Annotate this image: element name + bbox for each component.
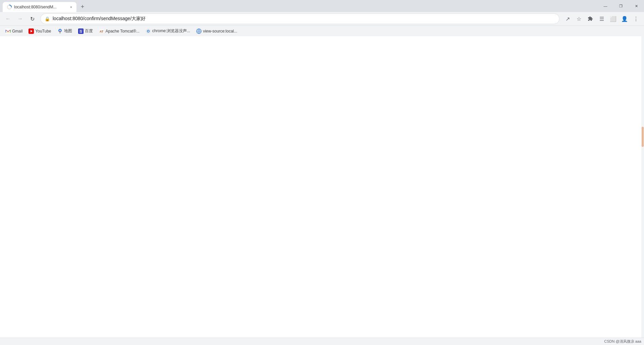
share-icon: ↗: [566, 16, 570, 22]
extensions-button[interactable]: [585, 13, 596, 24]
star-icon: ☆: [577, 16, 581, 22]
reading-list-icon: ☰: [599, 16, 604, 22]
gmail-favicon: [5, 28, 11, 34]
bookmark-youtube[interactable]: YouTube: [26, 27, 54, 35]
nav-right-buttons: ↗ ☆ ☰ ⬜ 👤 ⋮: [562, 13, 641, 24]
page-content: [0, 36, 644, 338]
profile-button[interactable]: 👤: [619, 13, 630, 24]
minimize-button[interactable]: —: [598, 0, 613, 12]
window-controls: — ❐ ✕: [598, 0, 644, 12]
bookmark-gmail[interactable]: Gmail: [3, 27, 25, 35]
active-tab[interactable]: localhost:8080/sendM... ×: [3, 2, 76, 12]
bookmark-baidu[interactable]: 百 百度: [75, 27, 96, 35]
address-bar[interactable]: [53, 16, 555, 21]
split-screen-icon: ⬜: [610, 16, 616, 22]
security-icon: 🔒: [45, 16, 50, 21]
new-tab-button[interactable]: +: [78, 2, 87, 11]
browser-chrome: localhost:8080/sendM... × + — ❐ ✕ ← →: [0, 0, 644, 36]
svg-point-12: [148, 31, 149, 32]
view-source-bookmark-label: view-source:local...: [203, 29, 237, 34]
more-options-icon: ⋮: [633, 16, 639, 22]
status-bar: CSDN @清风微凉 aaa: [0, 338, 644, 345]
baidu-favicon: 百: [78, 28, 84, 34]
chrome-sound-favicon: [146, 28, 151, 34]
maps-favicon: [57, 28, 63, 34]
bookmark-button[interactable]: ☆: [574, 13, 584, 24]
scrollbar-thumb[interactable]: [642, 127, 644, 147]
gmail-bookmark-label: Gmail: [12, 29, 22, 34]
back-button[interactable]: ←: [3, 13, 13, 24]
maps-bookmark-label: 地图: [64, 28, 72, 34]
profile-icon: 👤: [621, 16, 628, 22]
bookmarks-bar: Gmail YouTube 地图 百 百度: [0, 25, 644, 36]
forward-button[interactable]: →: [15, 13, 25, 24]
close-button[interactable]: ✕: [629, 0, 644, 12]
tab-favicon: [7, 4, 12, 10]
share-button[interactable]: ↗: [562, 13, 573, 24]
status-text: CSDN @清风微凉 aaa: [604, 339, 641, 344]
navigation-bar: ← → ↻ 🔒 ↗ ☆ ☰: [0, 12, 644, 25]
menu-button[interactable]: ⋮: [631, 13, 641, 24]
title-bar: localhost:8080/sendM... × + — ❐ ✕: [0, 0, 644, 12]
baidu-bookmark-label: 百度: [85, 28, 93, 34]
maximize-button[interactable]: ❐: [613, 0, 629, 12]
svg-text:百: 百: [79, 30, 83, 33]
split-screen-button[interactable]: ⬜: [608, 13, 619, 24]
bookmark-view-source[interactable]: view-source:local...: [194, 27, 240, 35]
bookmark-tomcat[interactable]: AT Apache Tomcat®...: [96, 27, 142, 35]
address-bar-container[interactable]: 🔒: [40, 13, 559, 24]
tomcat-favicon: AT: [99, 28, 104, 34]
svg-point-5: [59, 30, 61, 31]
youtube-bookmark-label: YouTube: [35, 29, 51, 34]
reload-button[interactable]: ↻: [27, 13, 38, 24]
bookmark-maps[interactable]: 地图: [55, 27, 75, 35]
tab-title: localhost:8080/sendM...: [14, 5, 66, 9]
tomcat-bookmark-label: Apache Tomcat®...: [106, 29, 140, 34]
tab-strip: localhost:8080/sendM... × +: [0, 0, 300, 12]
page-scrollbar[interactable]: [641, 36, 644, 338]
youtube-favicon: [29, 28, 34, 34]
tab-close-button[interactable]: ×: [68, 4, 74, 10]
extensions-icon: [588, 16, 593, 21]
chrome-sound-bookmark-label: chrome:浏览器没声...: [152, 28, 190, 34]
reading-list-button[interactable]: ☰: [596, 13, 607, 24]
bookmark-chrome-sound[interactable]: chrome:浏览器没声...: [143, 27, 193, 35]
svg-text:AT: AT: [100, 30, 104, 33]
view-source-favicon: [196, 28, 202, 34]
